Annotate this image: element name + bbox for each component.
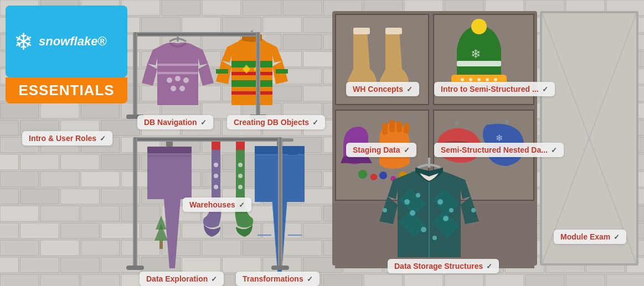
label-intro-semi-structured[interactable]: Intro to Semi-Structured ... ✓ bbox=[434, 82, 555, 96]
label-staging-data[interactable]: Staging Data ✓ bbox=[346, 143, 416, 157]
svg-rect-22 bbox=[147, 147, 192, 153]
svg-marker-24 bbox=[154, 224, 168, 241]
svg-point-53 bbox=[469, 78, 472, 81]
svg-rect-4 bbox=[157, 64, 198, 66]
rack-foot-bottom-right bbox=[271, 266, 289, 270]
svg-text:❄: ❄ bbox=[471, 47, 481, 61]
label-data-exploration[interactable]: Data Exploration ✓ bbox=[140, 272, 224, 286]
svg-point-81 bbox=[410, 210, 415, 216]
door-diagonal-lines bbox=[542, 13, 636, 263]
svg-point-8 bbox=[183, 77, 189, 83]
svg-point-62 bbox=[358, 170, 367, 179]
svg-point-88 bbox=[471, 208, 476, 212]
svg-point-83 bbox=[449, 208, 454, 212]
svg-rect-12 bbox=[231, 61, 272, 67]
rack-rod-top bbox=[133, 32, 260, 37]
snowflake-brand-text: snowflake® bbox=[39, 34, 107, 49]
svg-point-87 bbox=[383, 208, 387, 212]
svg-point-29 bbox=[214, 163, 218, 167]
svg-text:❄: ❄ bbox=[496, 133, 503, 143]
svg-point-32 bbox=[238, 163, 243, 167]
jacket-teal bbox=[377, 158, 482, 263]
svg-point-55 bbox=[486, 78, 489, 81]
rack-rod-bottom bbox=[133, 137, 282, 142]
svg-rect-5 bbox=[157, 72, 198, 74]
label-creating-db-objects[interactable]: Creating DB Objects ✓ bbox=[227, 115, 325, 129]
svg-point-72 bbox=[504, 119, 509, 124]
svg-point-68 bbox=[483, 124, 494, 144]
checkmark-warehouses: ✓ bbox=[239, 201, 245, 209]
svg-point-71 bbox=[455, 121, 459, 126]
checkmark-wh-concepts: ✓ bbox=[406, 85, 413, 93]
svg-point-10 bbox=[179, 86, 185, 91]
label-data-storage-structures[interactable]: Data Storage Structures ✓ bbox=[388, 259, 499, 273]
svg-point-33 bbox=[238, 174, 243, 178]
snowflake-icon: ❄ bbox=[14, 28, 33, 55]
label-intro-user-roles[interactable]: Intro & User Roles ✓ bbox=[22, 131, 112, 145]
svg-rect-19 bbox=[276, 69, 288, 74]
rack-leg-bottom-right bbox=[278, 137, 282, 269]
svg-point-9 bbox=[171, 86, 176, 91]
checkmark-transform: ✓ bbox=[307, 275, 313, 283]
svg-rect-50 bbox=[457, 61, 501, 66]
svg-point-6 bbox=[167, 77, 172, 83]
checkmark-db-nav: ✓ bbox=[200, 118, 207, 127]
svg-rect-13 bbox=[231, 72, 272, 75]
rack-leg-bottom-left bbox=[133, 137, 137, 269]
svg-point-80 bbox=[416, 193, 420, 197]
svg-point-82 bbox=[437, 199, 443, 205]
svg-point-54 bbox=[477, 78, 481, 81]
svg-point-30 bbox=[214, 174, 218, 178]
label-transformations[interactable]: Transformations ✓ bbox=[236, 272, 320, 286]
svg-rect-18 bbox=[216, 69, 228, 74]
svg-rect-25 bbox=[159, 241, 163, 249]
checkmark-module-exam: ✓ bbox=[614, 233, 620, 241]
checkmark-data-exp: ✓ bbox=[211, 275, 217, 283]
door-panel bbox=[540, 11, 638, 266]
label-wh-concepts[interactable]: WH Concepts ✓ bbox=[346, 82, 419, 96]
checkmark-semi-nested: ✓ bbox=[551, 146, 557, 154]
svg-rect-14 bbox=[231, 80, 272, 87]
svg-point-31 bbox=[214, 185, 218, 189]
svg-point-7 bbox=[175, 76, 181, 81]
svg-point-56 bbox=[494, 78, 497, 81]
svg-rect-60 bbox=[404, 123, 409, 133]
logo-panel: ❄ snowflake® ESSENTIALS bbox=[6, 6, 127, 127]
checkmark-creating-db: ✓ bbox=[312, 118, 318, 127]
svg-point-52 bbox=[461, 78, 464, 81]
label-db-navigation[interactable]: DB Navigation ✓ bbox=[137, 115, 213, 129]
sweater-orange bbox=[216, 30, 288, 113]
label-semi-structured-nested[interactable]: Semi-Structured Nested Da... ✓ bbox=[434, 143, 564, 157]
svg-rect-59 bbox=[396, 121, 402, 132]
svg-rect-46 bbox=[353, 28, 370, 34]
checkmark-data-storage: ✓ bbox=[486, 262, 492, 271]
rack-foot-bottom-left bbox=[126, 266, 144, 270]
checkmark-staging: ✓ bbox=[404, 146, 410, 154]
essentials-banner: ESSENTIALS bbox=[6, 77, 127, 103]
svg-rect-47 bbox=[385, 28, 402, 34]
snowflake-logo: ❄ snowflake® bbox=[6, 6, 127, 77]
svg-rect-58 bbox=[389, 120, 395, 132]
svg-point-85 bbox=[421, 227, 426, 232]
checkmark-intro: ✓ bbox=[100, 134, 106, 143]
svg-point-86 bbox=[432, 236, 437, 240]
checkmark-intro-semi: ✓ bbox=[542, 85, 548, 93]
svg-rect-15 bbox=[231, 91, 272, 95]
svg-rect-41 bbox=[288, 148, 298, 155]
svg-point-79 bbox=[404, 199, 410, 205]
label-module-exam[interactable]: Module Exam ✓ bbox=[554, 230, 626, 244]
svg-point-34 bbox=[238, 185, 243, 189]
svg-point-48 bbox=[471, 19, 487, 34]
sweater-purple bbox=[142, 33, 214, 113]
svg-rect-57 bbox=[382, 123, 388, 134]
rack-leg-top-right bbox=[256, 32, 260, 118]
label-warehouses[interactable]: Warehouses ✓ bbox=[183, 197, 251, 212]
svg-point-84 bbox=[443, 216, 449, 221]
rack-leg-top-left bbox=[133, 32, 137, 118]
